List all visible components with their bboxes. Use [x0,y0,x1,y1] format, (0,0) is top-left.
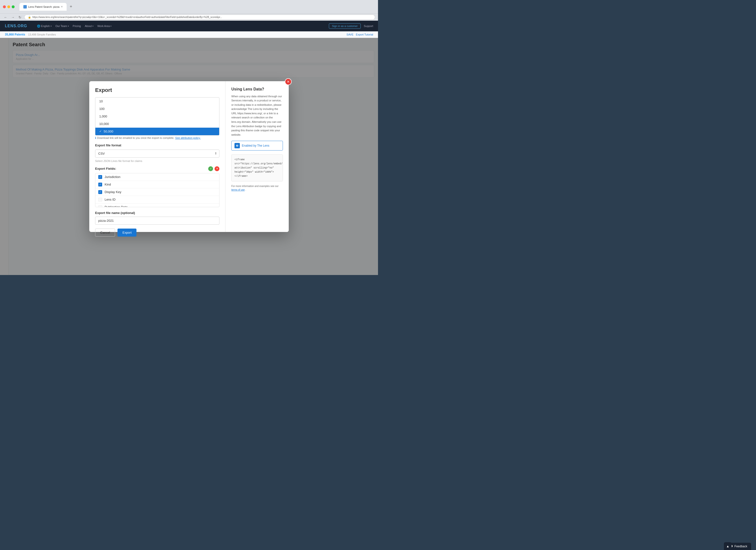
modal-left-panel: Export 10 100 1,000 [89,81,225,232]
lens-id-label: Lens ID [105,198,116,201]
email-notice: ℹ Download link will be emailed to you o… [95,136,219,140]
maximize-window-button[interactable] [12,5,15,8]
format-section-label: Export file format [95,144,219,147]
jurisdiction-label: Jurisdiction [105,175,120,179]
save-button[interactable]: SAVE [347,33,354,36]
app-header: LENS.ORG 🌐 English ▾ Our Team ▾ Pricing … [0,21,378,31]
code-box: <iframesrc="https://lens.org/lens/embed/… [231,154,283,181]
lock-icon: 🔒 [28,16,31,18]
terms-text: For more information and examples see ou… [231,184,283,192]
option-10-label: 10 [99,100,103,103]
address-bar-row: ← → ↻ 🔒 https://www.lens.org/lens/search… [0,14,378,21]
filename-label: Export file name (optional) [95,211,219,215]
json-hint: Select JSON Lines file format for claims [95,160,219,163]
svg-rect-2 [237,145,237,146]
kind-checkbox[interactable]: ✓ [98,183,102,187]
jurisdiction-checkbox[interactable]: ✓ [98,175,102,179]
nav-work-area[interactable]: Work Area ▾ [97,25,111,28]
display-key-checkbox[interactable]: ✓ [98,190,102,194]
export-button[interactable]: Export [117,229,136,237]
field-item-jurisdiction: ✓ Jurisdiction [95,173,219,181]
code-text: <iframesrc="https://lens.org/lens/embed/… [234,158,283,178]
records-dropdown-list: 10 100 1,000 10,000 [95,97,219,136]
header-right: Sign in as a customer Support [329,23,373,29]
terms-prefix: For more information and examples see ou… [231,185,279,188]
format-select[interactable]: CSV JSON Lines XLSX [95,150,219,158]
export-tutorial-button[interactable]: Export Tutorial [356,33,373,36]
tab-bar: Lens Patent Search: pizza ✕ + [19,3,74,11]
attribution-badge[interactable]: Enabled by The Lens [231,141,283,151]
modal-overlay: ✕ Export 10 100 [0,38,378,275]
tab-favicon [23,5,27,9]
family-count: 13,498 Simple Families [28,33,56,36]
url-text: https://www.lens.org/lens/search/patent/… [32,16,222,18]
publication-date-checkbox[interactable] [98,205,102,207]
field-item-display-key: ✓ Display Key [95,189,219,196]
right-panel-description: When using any data obtained through our… [231,94,283,137]
option-1000[interactable]: 1,000 [95,113,219,120]
modal-actions: Cancel Export [95,229,219,237]
field-item-lens-id: Lens ID [95,196,219,204]
lens-id-checkbox[interactable] [98,198,102,202]
main-content: Patent Search Pizza Dough Ar... Applicat… [0,38,378,275]
nav-our-team[interactable]: Our Team ▾ [55,25,69,28]
publication-date-label: Publication Date [105,205,128,207]
fields-section-label: Export Fields: [95,167,116,171]
tab-title: Lens Patent Search: pizza [28,5,59,8]
forward-button[interactable]: → [10,15,16,20]
check-icon: ✓ [99,130,102,133]
patent-count: 35,868 Patents [5,33,25,36]
nav-about[interactable]: About ▾ [85,25,93,28]
option-50000[interactable]: ✓ 50,000 [95,128,219,135]
modal-title: Export [95,87,219,93]
option-1000-label: 1,000 [99,115,107,118]
display-key-label: Display Key [105,190,121,194]
reload-button[interactable]: ↻ [18,15,22,20]
minimize-window-button[interactable] [7,5,10,8]
fields-list: ✓ Jurisdiction ✓ Kind ✓ Display Key [95,173,219,207]
export-modal: ✕ Export 10 100 [89,81,289,232]
modal-right-panel: Using Lens Data? When using any data obt… [225,81,289,232]
active-tab[interactable]: Lens Patent Search: pizza ✕ [19,3,67,11]
export-fields-header: Export Fields: ✓ ✕ [95,166,219,171]
uncheck-all-button[interactable]: ✕ [215,166,219,171]
kind-label: Kind [105,183,111,186]
address-bar[interactable]: 🔒 https://www.lens.org/lens/search/paten… [24,15,375,20]
logo[interactable]: LENS.ORG [5,24,27,28]
tab-close-button[interactable]: ✕ [61,5,63,8]
field-item-publication-date: Publication Date [95,204,219,207]
close-window-button[interactable] [3,5,6,8]
modal-close-button[interactable]: ✕ [285,78,292,85]
nav-english[interactable]: 🌐 English ▾ [37,25,52,28]
traffic-lights [3,5,15,8]
filename-input[interactable] [95,217,219,225]
cancel-button[interactable]: Cancel [95,229,115,237]
badge-text: Enabled by The Lens [242,144,269,147]
back-button[interactable]: ← [3,15,8,20]
check-all-button[interactable]: ✓ [208,166,213,171]
attribution-link[interactable]: See attribution policy. [175,136,200,139]
nav-pricing[interactable]: Pricing [73,25,81,28]
option-100[interactable]: 100 [95,105,219,113]
option-10000-label: 10,000 [99,122,109,126]
close-icon: ✕ [287,80,290,84]
sub-header: 35,868 Patents 13,498 Simple Families SA… [0,31,378,38]
email-notice-text: Download link will be emailed to you onc… [97,136,174,139]
option-10[interactable]: 10 [95,98,219,105]
sign-in-button[interactable]: Sign in as a customer [329,23,361,29]
option-100-label: 100 [99,107,105,111]
new-tab-button[interactable]: + [68,4,74,9]
quantity-dropdown[interactable]: 10 100 1,000 10,000 [95,97,219,136]
option-50000-label: 50,000 [104,130,113,133]
fields-actions: ✓ ✕ [208,166,219,171]
svg-rect-3 [237,145,237,145]
right-panel-title: Using Lens Data? [231,87,283,91]
field-item-kind: ✓ Kind [95,181,219,189]
terms-suffix: . [245,189,246,191]
option-10000[interactable]: 10,000 [95,120,219,128]
info-icon: ℹ [95,136,96,140]
badge-icon [234,143,240,148]
header-nav: 🌐 English ▾ Our Team ▾ Pricing About ▾ W… [37,25,112,28]
terms-of-use-link[interactable]: terms of use [231,189,245,191]
support-button[interactable]: Support [364,25,373,27]
